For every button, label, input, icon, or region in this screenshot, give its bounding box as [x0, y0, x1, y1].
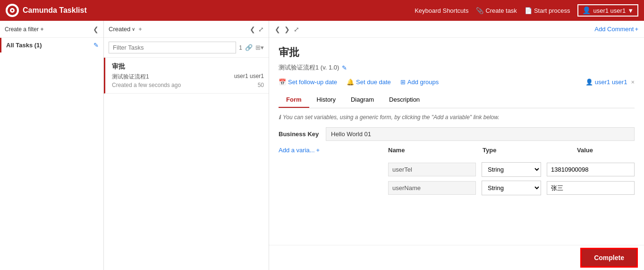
var-value-input-1[interactable] [547, 181, 635, 195]
user-icon: 👤 [582, 6, 591, 15]
task-title-label: 审批 [112, 62, 264, 71]
top-bar-left: ❮ ❯ ⤢ [275, 26, 299, 33]
set-followup-date-button[interactable]: 📅 Set follow-up date [279, 78, 337, 86]
task-assignee-row: 👤 user1 user1 × [585, 78, 635, 86]
variable-row: StringIntegerBooleanLongDoubleDate [279, 181, 635, 195]
task-process-name: 测试验证流程1 [112, 73, 149, 81]
sort-chevron-icon: ∨ [132, 26, 135, 32]
svg-point-2 [11, 9, 13, 11]
all-tasks-label: All Tasks (1) [6, 42, 93, 49]
calendar-icon: 📅 [279, 78, 286, 86]
app-title: Camunda Tasklist [23, 6, 87, 15]
left-panel-collapse-button[interactable]: ❮ [93, 26, 99, 33]
left-panel-header: Create a filter + ❮ [0, 21, 103, 38]
var-name-header: Name [388, 147, 477, 158]
var-type-select-0[interactable]: StringIntegerBooleanLongDoubleDate [482, 162, 541, 177]
groups-icon: ⊞ [400, 78, 406, 86]
task-main-title: 审批 [279, 45, 635, 60]
add-groups-button[interactable]: ⊞ Add groups [400, 78, 439, 86]
task-nav-next-button[interactable]: ❯ [284, 26, 290, 33]
remove-assignee-button[interactable]: × [631, 78, 635, 86]
filter-input-row: 1 🔗 ⊞▾ [104, 38, 269, 58]
info-icon: ℹ [279, 114, 281, 121]
add-comment-icon: + [635, 26, 638, 33]
keyboard-shortcuts-button[interactable]: Keyboard Shortcuts [415, 7, 468, 14]
header-left: Camunda Tasklist [6, 4, 87, 17]
task-tabs-row: Form History Diagram Description [279, 92, 635, 108]
create-task-button[interactable]: 📎 Create task [476, 7, 517, 14]
document-icon: 📄 [525, 7, 532, 14]
task-created-time: Created a few seconds ago [112, 82, 181, 88]
main-layout: Create a filter + ❮ All Tasks (1) ✎ Crea… [0, 21, 644, 270]
chevron-down-icon: ▼ [627, 7, 634, 14]
middle-expand-button[interactable]: ⤢ [258, 26, 264, 33]
app-logo [6, 4, 19, 17]
set-due-date-button[interactable]: 🔔 Set due date [347, 78, 391, 86]
var-value-input-0[interactable] [547, 163, 635, 176]
task-nav-prev-button[interactable]: ❮ [275, 26, 280, 33]
task-meta-row: Created a few seconds ago 50 [112, 82, 264, 88]
bottom-bar: Complete [269, 245, 644, 270]
create-filter-button[interactable]: Create a filter + [5, 26, 43, 33]
task-edit-icon[interactable]: ✎ [342, 64, 347, 71]
filter-tasks-input[interactable] [109, 42, 236, 53]
complete-button[interactable]: Complete [582, 249, 636, 266]
info-text: ℹ You can set variables, using a generic… [279, 114, 635, 121]
user-menu[interactable]: 👤 user1 user1 ▼ [577, 4, 638, 17]
task-list-item[interactable]: 审批 测试验证流程1 user1 user1 Created a few sec… [104, 58, 269, 94]
right-panel-top-bar: ❮ ❯ ⤢ Add Comment + [269, 21, 644, 38]
paperclip-icon: 📎 [476, 7, 483, 14]
task-assignee: user1 user1 [234, 73, 264, 81]
middle-header-actions: ❮ ⤢ [250, 26, 264, 33]
add-filter-icon[interactable]: + [138, 26, 142, 33]
top-bar-right: Add Comment + [594, 26, 638, 33]
username-label: user1 user1 [593, 7, 626, 14]
sort-options-icon[interactable]: ⊞▾ [255, 44, 264, 51]
variables-section: Add a varia... + [279, 147, 382, 158]
right-content: 审批 测试验证流程1 (v. 1.0) ✎ 📅 Set follow-up da… [269, 38, 644, 245]
task-process-version: 测试验证流程1 (v. 1.0) [279, 63, 339, 72]
bell-icon: 🔔 [347, 78, 354, 86]
right-panel: ❮ ❯ ⤢ Add Comment + 审批 测试验证流程1 (v. 1.0) … [269, 21, 644, 270]
middle-panel-header: Created ∨ + ❮ ⤢ [104, 21, 269, 38]
task-priority: 50 [258, 82, 264, 88]
add-comment-button[interactable]: Add Comment + [594, 26, 638, 33]
task-process-info-row: 测试验证流程1 (v. 1.0) ✎ [279, 63, 635, 72]
var-type-select-1[interactable]: StringIntegerBooleanLongDoubleDate [482, 181, 541, 195]
left-panel: Create a filter + ❮ All Tasks (1) ✎ [0, 21, 104, 270]
add-variable-icon: + [316, 147, 320, 154]
variable-row: StringIntegerBooleanLongDoubleDate [279, 162, 635, 177]
var-type-header: Type [483, 147, 571, 158]
var-name-input-1[interactable] [388, 181, 476, 195]
task-process-row: 测试验证流程1 user1 user1 [112, 73, 264, 81]
assignee-user-icon: 👤 [585, 78, 593, 86]
link-icon: 🔗 [245, 44, 253, 51]
business-key-row: Business Key [279, 127, 635, 141]
add-variable-button[interactable]: Add a varia... + [279, 147, 320, 154]
middle-collapse-button[interactable]: ❮ [250, 26, 255, 33]
sort-created-button[interactable]: Created ∨ + [109, 26, 142, 33]
assignee-name: user1 user1 [595, 78, 627, 86]
start-process-button[interactable]: 📄 Start process [525, 7, 570, 14]
middle-panel: Created ∨ + ❮ ⤢ 1 🔗 ⊞▾ 审批 测试验证流程1 user1 … [104, 21, 269, 270]
filter-count: 1 [239, 44, 242, 51]
business-key-label: Business Key [279, 131, 326, 138]
task-actions-row: 📅 Set follow-up date 🔔 Set due date ⊞ Ad… [279, 78, 635, 86]
header: Camunda Tasklist Keyboard Shortcuts 📎 Cr… [0, 0, 644, 21]
variables-list: StringIntegerBooleanLongDoubleDateString… [279, 162, 635, 195]
tab-form[interactable]: Form [279, 92, 309, 108]
tab-diagram[interactable]: Diagram [343, 92, 381, 108]
business-key-input[interactable] [326, 127, 635, 141]
tab-description[interactable]: Description [381, 92, 427, 108]
all-tasks-edit-button[interactable]: ✎ [93, 42, 99, 49]
task-expand-button[interactable]: ⤢ [294, 26, 299, 33]
all-tasks-item[interactable]: All Tasks (1) ✎ [0, 38, 103, 52]
var-value-header: Value [577, 147, 635, 158]
var-name-input-0[interactable] [388, 163, 476, 176]
header-right: Keyboard Shortcuts 📎 Create task 📄 Start… [415, 4, 638, 17]
tab-history[interactable]: History [309, 92, 343, 108]
